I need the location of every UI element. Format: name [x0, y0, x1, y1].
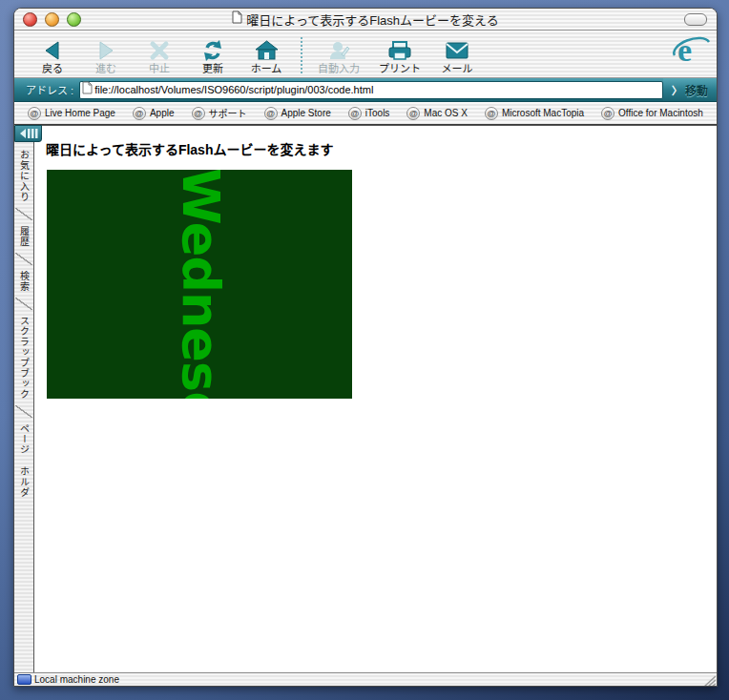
- favorite-at-icon: @: [28, 107, 41, 120]
- sidebar-tab-scrapbook[interactable]: スクラップブック: [17, 310, 31, 405]
- stop-button[interactable]: 中止: [135, 38, 184, 74]
- browser-window: 曜日によって表示するFlashムービーを変える 戻る 進む 中止: [13, 8, 718, 687]
- favorite-microsoft-mactopia[interactable]: @Microsoft MacTopia: [477, 102, 592, 124]
- favorite-itools[interactable]: @iTools: [341, 102, 398, 124]
- ie-logo-icon: e: [673, 31, 711, 71]
- security-zone-icon: [17, 674, 31, 685]
- flash-movie[interactable]: Wednesday: [47, 170, 352, 399]
- refresh-button[interactable]: 更新: [188, 38, 238, 74]
- mail-button[interactable]: メール: [432, 38, 482, 74]
- tab-separator: [15, 253, 32, 265]
- minimize-button[interactable]: [45, 12, 59, 27]
- page-document-icon: [232, 10, 242, 28]
- autofill-icon: [327, 38, 350, 63]
- windowshade-button[interactable]: [684, 13, 707, 26]
- svg-text:e: e: [677, 32, 692, 68]
- collapse-arrows-icon: [19, 128, 38, 139]
- address-bar: アドレス : 〉 移動: [14, 78, 717, 102]
- home-button[interactable]: ホーム: [241, 38, 291, 74]
- favorite-at-icon: @: [406, 107, 420, 120]
- tab-separator: [15, 208, 32, 220]
- title-bar[interactable]: 曜日によって表示するFlashムービーを変える: [14, 9, 717, 31]
- tab-separator: [15, 405, 32, 418]
- sidebar-tab-history[interactable]: 履歴: [17, 220, 31, 253]
- status-text: Local machine zone: [34, 674, 119, 685]
- flash-day-text: Wednesday: [171, 170, 230, 399]
- mail-icon: [445, 38, 469, 63]
- back-icon: [41, 38, 64, 63]
- resize-grip[interactable]: [700, 673, 716, 685]
- favorite-at-icon: @: [485, 107, 498, 120]
- autofill-button[interactable]: 自動入力: [310, 38, 367, 74]
- go-chevron-icon: 〉: [672, 82, 682, 97]
- favorite-apple-store[interactable]: @Apple Store: [257, 102, 339, 124]
- favorite-at-icon: @: [133, 107, 146, 120]
- zoom-button[interactable]: [67, 12, 81, 27]
- forward-button[interactable]: 進む: [81, 38, 131, 74]
- favorite-at-icon: @: [264, 107, 278, 120]
- forward-icon: [94, 38, 117, 63]
- favorite-mac-os-x[interactable]: @Mac OS X: [399, 102, 475, 124]
- sidebar-tab-favorites[interactable]: お気に入り: [17, 144, 31, 208]
- favorite-live-home-page[interactable]: @Live Home Page: [20, 102, 123, 124]
- address-label: アドレス :: [26, 82, 73, 97]
- favorite-at-icon: @: [348, 107, 362, 120]
- favorite-msn[interactable]: @MSN: [713, 102, 718, 124]
- address-input[interactable]: [93, 84, 660, 95]
- close-button[interactable]: [23, 12, 37, 27]
- page-heading: 曜日によって表示するFlashムービーを変えます: [46, 139, 717, 158]
- tab-separator: [15, 298, 32, 310]
- favorites-bar: @Live Home Page @Apple @サポート @Apple Stor…: [14, 102, 717, 125]
- stop-icon: [149, 38, 170, 63]
- favorite-at-icon: @: [192, 107, 205, 120]
- go-button[interactable]: 〉 移動: [663, 78, 717, 101]
- print-icon: [387, 38, 412, 63]
- window-title: 曜日によって表示するFlashムービーを変える: [246, 10, 498, 29]
- toolbar: 戻る 進む 中止 更新: [14, 31, 717, 78]
- favorite-apple[interactable]: @Apple: [125, 102, 182, 124]
- back-button[interactable]: 戻る: [28, 38, 77, 74]
- address-field[interactable]: [79, 81, 663, 99]
- desktop: { "window": { "title": "曜日によって表示するFlashム…: [0, 0, 729, 700]
- page-content: 曜日によって表示するFlashムービーを変えます Wednesday: [34, 125, 717, 672]
- sidebar-tab-page-holder[interactable]: ページ ホルダ: [17, 418, 31, 504]
- explorer-bar-tabs: お気に入り 履歴 検索 スクラップブック ページ ホルダ: [14, 125, 34, 672]
- status-bar: Local machine zone: [14, 672, 717, 686]
- main-area: お気に入り 履歴 検索 スクラップブック ページ ホルダ 曜日によって表示するF…: [14, 125, 717, 672]
- home-icon: [255, 38, 279, 63]
- favorite-support[interactable]: @サポート: [184, 102, 255, 124]
- sidebar-tab-search[interactable]: 検索: [17, 265, 31, 298]
- refresh-icon: [201, 38, 224, 63]
- url-document-icon: [82, 81, 93, 98]
- traffic-lights: [23, 12, 81, 27]
- favorite-office-for-macintosh[interactable]: @Office for Macintosh: [594, 102, 711, 124]
- toolbar-separator: [301, 37, 302, 73]
- print-button[interactable]: プリント: [371, 38, 428, 74]
- sidebar-collapse-button[interactable]: [14, 125, 42, 142]
- favorite-at-icon: @: [601, 107, 614, 120]
